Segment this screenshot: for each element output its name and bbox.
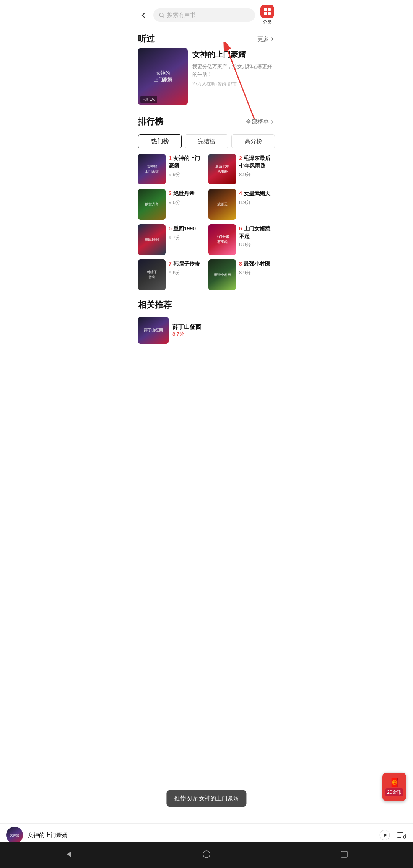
rank-cover-4: 武则天 xyxy=(208,189,236,220)
search-icon xyxy=(159,12,165,18)
book-description: 我要分亿万家产，给女儿和老婆更好的生活！ xyxy=(192,63,275,78)
ranking-tabs: 热门榜 完结榜 高分榜 xyxy=(138,134,275,148)
tab-hot[interactable]: 热门榜 xyxy=(138,134,182,148)
svg-rect-2 xyxy=(264,8,267,11)
listened-title: 听过 xyxy=(138,33,155,45)
ranking-grid: 女神的上门豪婿 1女神的上门豪婿 9.9分 最后七年风雨路 2毛泽东最后七年风雨… xyxy=(138,154,275,290)
rank-info-2: 2毛泽东最后七年风雨路 8.9分 xyxy=(239,154,275,178)
related-title: 相关推荐 xyxy=(138,299,172,311)
related-cover-1: 薛丁山征西 xyxy=(138,317,169,344)
rank-cover-6: 上门女婿惹不起 xyxy=(208,224,236,255)
ranking-title: 排行榜 xyxy=(138,116,163,127)
rank-info-5: 5重回1990 9.7分 xyxy=(169,224,205,241)
classify-label: 分类 xyxy=(263,19,272,26)
book-meta: 27万人在听·赘婿·都市 xyxy=(192,81,275,87)
listened-section-header: 听过 更多 xyxy=(132,29,281,48)
listened-card[interactable]: 女神的上门豪婿 已听1% 女神的上门豪婿 我要分亿万家产，给女儿和老婆更好的生活… xyxy=(138,48,275,105)
search-placeholder: 搜索有声书 xyxy=(167,11,196,19)
chevron-right-icon xyxy=(270,36,275,42)
chevron-right-icon2 xyxy=(270,119,275,124)
rank-info-6: 6上门女婿惹不起 8.8分 xyxy=(239,224,275,248)
rank-cover-5: 重回1990 xyxy=(138,224,166,255)
rank-cover-7: 韩瞎子传奇 xyxy=(138,259,166,290)
classify-icon xyxy=(260,5,274,18)
rank-item-2[interactable]: 最后七年风雨路 2毛泽东最后七年风雨路 8.9分 xyxy=(208,154,275,184)
svg-rect-5 xyxy=(268,12,271,15)
rank-item-1[interactable]: 女神的上门豪婿 1女神的上门豪婿 9.9分 xyxy=(138,154,205,184)
rank-item-3[interactable]: 绝世丹帝 3绝世丹帝 9.6分 xyxy=(138,189,205,220)
related-info-1: 薛丁山征西 8.7分 xyxy=(172,323,275,338)
related-section: 相关推荐 薛丁山征西 薛丁山征西 8.7分 xyxy=(132,290,281,347)
back-button[interactable] xyxy=(137,9,150,21)
svg-line-1 xyxy=(163,16,164,18)
rank-cover-1: 女神的上门豪婿 xyxy=(138,154,166,184)
tab-highscore[interactable]: 高分榜 xyxy=(231,134,275,148)
related-section-header: 相关推荐 xyxy=(138,295,275,314)
book-cover: 女神的上门豪婿 已听1% xyxy=(138,48,188,105)
ranking-section-header: 排行榜 全部榜单 xyxy=(138,111,275,131)
rank-cover-3: 绝世丹帝 xyxy=(138,189,166,220)
listened-more-link[interactable]: 更多 xyxy=(257,36,275,43)
related-item-1[interactable]: 薛丁山征西 薛丁山征西 8.7分 xyxy=(138,314,275,347)
rank-info-4: 4女皇武则天 8.9分 xyxy=(239,189,275,206)
rank-cover-8: 最强小村医 xyxy=(208,259,236,290)
rank-item-4[interactable]: 武则天 4女皇武则天 8.9分 xyxy=(208,189,275,220)
header: 搜索有声书 分类 xyxy=(132,0,281,29)
rank-info-7: 7韩瞎子传奇 9.6分 xyxy=(169,259,205,276)
book-info: 女神的上门豪婿 我要分亿万家产，给女儿和老婆更好的生活！ 27万人在听·赘婿·都… xyxy=(192,48,275,105)
book-title: 女神的上门豪婿 xyxy=(192,49,275,60)
search-bar[interactable]: 搜索有声书 xyxy=(153,8,255,22)
rank-info-3: 3绝世丹帝 9.6分 xyxy=(169,189,205,206)
rank-info-1: 1女神的上门豪婿 9.9分 xyxy=(169,154,205,178)
ranking-all-link[interactable]: 全部榜单 xyxy=(246,118,275,126)
svg-rect-4 xyxy=(264,12,267,15)
tab-finished[interactable]: 完结榜 xyxy=(185,134,228,148)
rank-info-8: 8最强小村医 8.9分 xyxy=(239,259,275,276)
rank-cover-2: 最后七年风雨路 xyxy=(208,154,236,184)
progress-badge: 已听1% xyxy=(140,96,157,103)
rank-item-7[interactable]: 韩瞎子传奇 7韩瞎子传奇 9.6分 xyxy=(138,259,205,290)
classify-button[interactable]: 分类 xyxy=(259,5,276,26)
svg-rect-3 xyxy=(268,8,271,11)
rank-item-8[interactable]: 最强小村医 8最强小村医 8.9分 xyxy=(208,259,275,290)
rank-item-6[interactable]: 上门女婿惹不起 6上门女婿惹不起 8.8分 xyxy=(208,224,275,255)
rank-item-5[interactable]: 重回1990 5重回1990 9.7分 xyxy=(138,224,205,255)
ranking-section: 排行榜 全部榜单 热门榜 完结榜 高分榜 女神的上门豪婿 xyxy=(132,111,281,290)
